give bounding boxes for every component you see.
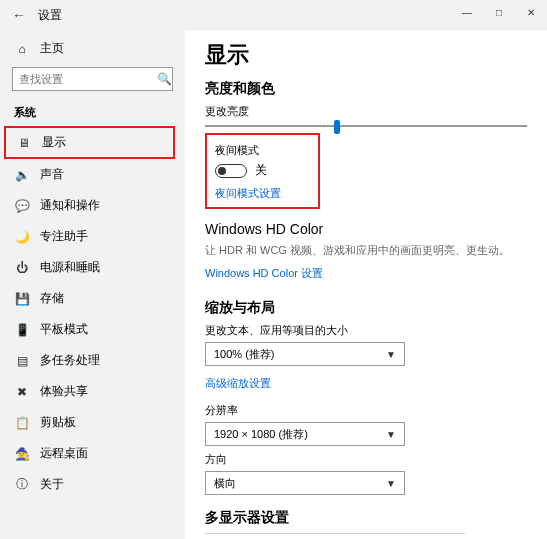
nav-label: 剪贴板 — [40, 414, 76, 431]
nav-label: 平板模式 — [40, 321, 88, 338]
nav-label: 通知和操作 — [40, 197, 100, 214]
orientation-value: 横向 — [214, 476, 236, 491]
minimize-button[interactable]: — — [451, 0, 483, 24]
nav-item-tablet[interactable]: 📱 平板模式 — [0, 314, 185, 345]
toggle-knob — [218, 167, 226, 175]
nav-label: 多任务处理 — [40, 352, 100, 369]
category-label: 系统 — [0, 99, 185, 126]
hd-settings-link[interactable]: Windows HD Color 设置 — [205, 266, 323, 281]
chevron-down-icon: ▼ — [386, 429, 396, 440]
content: 显示 亮度和颜色 更改亮度 夜间模式 关 夜间模式设置 Windows HD C… — [185, 30, 547, 539]
nav-label: 专注助手 — [40, 228, 88, 245]
nav-list: 🖥 显示 🔈 声音 💬 通知和操作 🌙 专注助手 ⏻ 电源和睡眠 — [0, 126, 185, 500]
display-icon: 🖥 — [16, 136, 32, 150]
about-icon: ⓘ — [14, 476, 30, 493]
notifications-icon: 💬 — [14, 199, 30, 213]
night-mode-state: 关 — [255, 162, 267, 179]
resolution-value: 1920 × 1080 (推荐) — [214, 427, 308, 442]
divider — [205, 533, 465, 534]
storage-icon: 💾 — [14, 292, 30, 306]
nav-item-focus[interactable]: 🌙 专注助手 — [0, 221, 185, 252]
nav-item-power[interactable]: ⏻ 电源和睡眠 — [0, 252, 185, 283]
window-controls: — □ ✕ — [451, 0, 547, 24]
power-icon: ⏻ — [14, 261, 30, 275]
brightness-slider[interactable] — [205, 125, 527, 127]
home-button[interactable]: ⌂ 主页 — [0, 36, 185, 65]
hd-description: 让 HDR 和 WCG 视频、游戏和应用中的画面更明亮、更生动。 — [205, 243, 527, 258]
text-size-value: 100% (推荐) — [214, 347, 275, 362]
back-button[interactable]: ← — [4, 0, 34, 30]
nav-label: 体验共享 — [40, 383, 88, 400]
nav-item-display[interactable]: 🖥 显示 — [4, 126, 175, 159]
nav-item-storage[interactable]: 💾 存储 — [0, 283, 185, 314]
resolution-label: 分辨率 — [205, 403, 527, 418]
night-mode-toggle[interactable]: 关 — [215, 162, 310, 179]
page-title: 显示 — [205, 40, 527, 70]
clipboard-icon: 📋 — [14, 416, 30, 430]
multitask-icon: ▤ — [14, 354, 30, 368]
advanced-scale-link[interactable]: 高级缩放设置 — [205, 376, 271, 391]
nav-item-clipboard[interactable]: 📋 剪贴板 — [0, 407, 185, 438]
nav-item-shared[interactable]: ✖ 体验共享 — [0, 376, 185, 407]
nav-label: 显示 — [42, 134, 66, 151]
nav-item-sound[interactable]: 🔈 声音 — [0, 159, 185, 190]
nav-item-remote[interactable]: 🧙 远程桌面 — [0, 438, 185, 469]
search-input[interactable] — [19, 73, 157, 85]
orientation-label: 方向 — [205, 452, 527, 467]
brightness-heading: 亮度和颜色 — [205, 80, 527, 98]
hd-heading: Windows HD Color — [205, 221, 527, 237]
nav-label: 存储 — [40, 290, 64, 307]
nav-item-notifications[interactable]: 💬 通知和操作 — [0, 190, 185, 221]
nav-label: 关于 — [40, 476, 64, 493]
search-icon: 🔍 — [157, 72, 172, 86]
text-size-label: 更改文本、应用等项目的大小 — [205, 323, 527, 338]
slider-thumb[interactable] — [334, 120, 340, 134]
brightness-label: 更改亮度 — [205, 104, 527, 119]
sound-icon: 🔈 — [14, 168, 30, 182]
scale-heading: 缩放与布局 — [205, 299, 527, 317]
nav-item-multitask[interactable]: ▤ 多任务处理 — [0, 345, 185, 376]
focus-icon: 🌙 — [14, 230, 30, 244]
shared-icon: ✖ — [14, 385, 30, 399]
resolution-select[interactable]: 1920 × 1080 (推荐) ▼ — [205, 422, 405, 446]
text-size-select[interactable]: 100% (推荐) ▼ — [205, 342, 405, 366]
home-label: 主页 — [40, 40, 64, 57]
toggle-pill[interactable] — [215, 164, 247, 178]
nav-label: 电源和睡眠 — [40, 259, 100, 276]
chevron-down-icon: ▼ — [386, 478, 396, 489]
nav-item-about[interactable]: ⓘ 关于 — [0, 469, 185, 500]
night-mode-box: 夜间模式 关 夜间模式设置 — [205, 133, 320, 209]
night-mode-settings-link[interactable]: 夜间模式设置 — [215, 186, 281, 201]
close-button[interactable]: ✕ — [515, 0, 547, 24]
home-icon: ⌂ — [14, 42, 30, 56]
multi-heading: 多显示器设置 — [205, 509, 527, 527]
orientation-select[interactable]: 横向 ▼ — [205, 471, 405, 495]
nav-label: 声音 — [40, 166, 64, 183]
nav-label: 远程桌面 — [40, 445, 88, 462]
chevron-down-icon: ▼ — [386, 349, 396, 360]
sidebar: ⌂ 主页 🔍 系统 🖥 显示 🔈 声音 💬 通知和操作 — [0, 30, 185, 539]
maximize-button[interactable]: □ — [483, 0, 515, 24]
night-mode-label: 夜间模式 — [215, 143, 310, 158]
titlebar: ← 设置 — □ ✕ — [0, 0, 547, 30]
search-box[interactable]: 🔍 — [12, 67, 173, 91]
window-title: 设置 — [38, 7, 62, 24]
tablet-icon: 📱 — [14, 323, 30, 337]
remote-icon: 🧙 — [14, 447, 30, 461]
